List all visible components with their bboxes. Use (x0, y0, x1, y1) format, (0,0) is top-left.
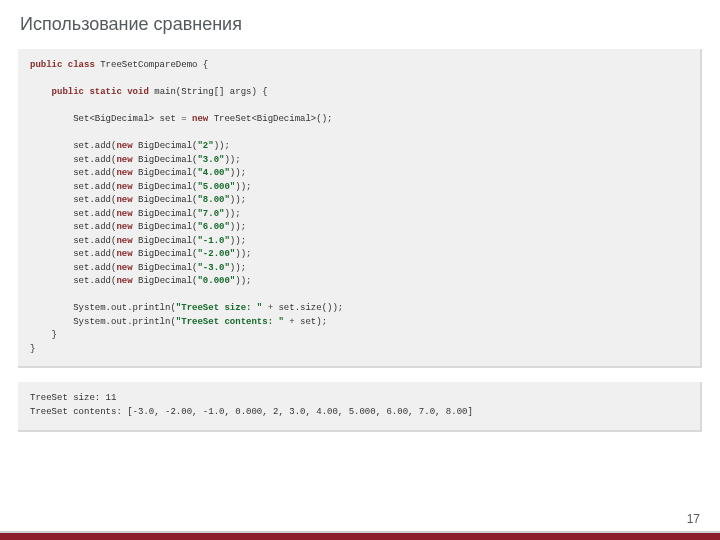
code-text: BigDecimal( (133, 195, 198, 205)
code-text: main(String[] args) { (149, 87, 268, 97)
code-text: )); (230, 168, 246, 178)
slide-title: Использование сравнения (20, 14, 702, 35)
code-str: "6.00" (197, 222, 229, 232)
code-text: set.add( (30, 155, 116, 165)
code-text: )); (235, 276, 251, 286)
code-str: "TreeSet size: " (176, 303, 262, 313)
code-text: + set.size()); (262, 303, 343, 313)
code-text: BigDecimal( (133, 263, 198, 273)
code-kw: new (192, 114, 208, 124)
code-text: )); (235, 182, 251, 192)
code-text: set.add( (30, 249, 116, 259)
output-line: TreeSet contents: [-3.0, -2.00, -1.0, 0.… (30, 407, 473, 417)
code-text: )); (230, 263, 246, 273)
code-text: } (30, 344, 35, 354)
code-text: set.add( (30, 195, 116, 205)
output-line: TreeSet size: 11 (30, 393, 116, 403)
code-text: )); (230, 195, 246, 205)
code-kw: new (116, 249, 132, 259)
code-text: System.out.println( (30, 317, 176, 327)
page-number: 17 (687, 512, 700, 526)
code-text: Set<BigDecimal> set = (30, 114, 192, 124)
code-text: BigDecimal( (133, 209, 198, 219)
code-kw: new (116, 141, 132, 151)
code-text: set.add( (30, 182, 116, 192)
code-str: "3.0" (197, 155, 224, 165)
code-text: BigDecimal( (133, 222, 198, 232)
code-str: "-1.0" (197, 236, 229, 246)
code-text: BigDecimal( (133, 236, 198, 246)
code-text: set.add( (30, 276, 116, 286)
code-text: set.add( (30, 222, 116, 232)
code-kw: new (116, 209, 132, 219)
code-text: set.add( (30, 168, 116, 178)
code-str: "TreeSet contents: " (176, 317, 284, 327)
code-text: set.add( (30, 263, 116, 273)
code-text: BigDecimal( (133, 141, 198, 151)
code-kw: new (116, 195, 132, 205)
footer-bar (0, 533, 720, 540)
code-text: set.add( (30, 209, 116, 219)
code-text: BigDecimal( (133, 249, 198, 259)
code-block: public class TreeSetCompareDemo { public… (18, 49, 702, 368)
code-kw: public class (30, 60, 95, 70)
code-text: TreeSetCompareDemo { (95, 60, 208, 70)
code-text: } (30, 330, 57, 340)
code-text: System.out.println( (30, 303, 176, 313)
code-text: BigDecimal( (133, 182, 198, 192)
code-text: )); (214, 141, 230, 151)
code-kw: new (116, 168, 132, 178)
code-str: "8.00" (197, 195, 229, 205)
code-str: "-2.00" (197, 249, 235, 259)
code-text: )); (230, 236, 246, 246)
code-kw: new (116, 263, 132, 273)
code-kw: new (116, 276, 132, 286)
code-kw: public static void (30, 87, 149, 97)
slide: Использование сравнения public class Tre… (0, 0, 720, 540)
code-str: "5.000" (197, 182, 235, 192)
code-str: "4.00" (197, 168, 229, 178)
code-text: )); (230, 222, 246, 232)
code-text: BigDecimal( (133, 168, 198, 178)
code-kw: new (116, 236, 132, 246)
code-str: "2" (197, 141, 213, 151)
code-str: "0.000" (197, 276, 235, 286)
code-kw: new (116, 182, 132, 192)
code-text: )); (224, 209, 240, 219)
code-text: set.add( (30, 141, 116, 151)
code-text: BigDecimal( (133, 155, 198, 165)
code-text: TreeSet<BigDecimal>(); (208, 114, 332, 124)
output-block: TreeSet size: 11 TreeSet contents: [-3.0… (18, 382, 702, 432)
code-str: "7.0" (197, 209, 224, 219)
code-text: + set); (284, 317, 327, 327)
code-text: )); (235, 249, 251, 259)
code-kw: new (116, 155, 132, 165)
code-text: set.add( (30, 236, 116, 246)
code-text: )); (224, 155, 240, 165)
code-kw: new (116, 222, 132, 232)
code-str: "-3.0" (197, 263, 229, 273)
code-text: BigDecimal( (133, 276, 198, 286)
